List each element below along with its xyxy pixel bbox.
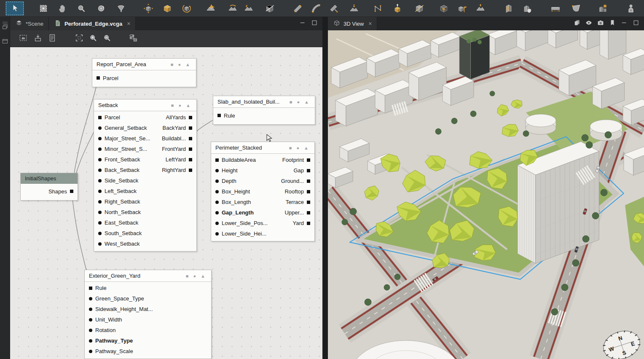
input-port[interactable] — [215, 201, 219, 204]
rotate-tool[interactable] — [180, 2, 193, 15]
output-port[interactable] — [307, 169, 310, 172]
tab-3d-view[interactable]: 3D View × — [328, 17, 377, 30]
input-port[interactable] — [215, 169, 219, 172]
output-port[interactable] — [307, 180, 310, 183]
rule-node-initial_shapes[interactable]: InitialShapesShapes — [20, 173, 78, 201]
input-port[interactable] — [98, 169, 102, 172]
minimize-editor-button[interactable] — [298, 19, 307, 28]
street-curve-tool[interactable] — [310, 2, 322, 15]
3d-viewport[interactable]: NESW — [328, 30, 644, 359]
input-port[interactable] — [89, 350, 92, 353]
output-port[interactable] — [189, 169, 192, 172]
facade-wizard-tool[interactable] — [502, 2, 515, 15]
user-tool[interactable] — [625, 2, 637, 15]
rule-node-setback[interactable]: Setback■ ● ▲ParcelAllYardsGeneral_Setbac… — [94, 99, 197, 252]
minimize-view-button[interactable] — [620, 19, 629, 28]
input-port[interactable] — [215, 180, 219, 183]
rule-node-slab[interactable]: Slab_and_Isolated_Buil...■ ● ▲Rule — [213, 96, 315, 125]
measure-tool[interactable] — [549, 2, 562, 15]
terrain-lower-tool[interactable] — [242, 2, 255, 15]
input-port[interactable] — [98, 211, 102, 214]
tab-scene[interactable]: *Scene — [10, 17, 49, 30]
output-port[interactable] — [189, 147, 192, 151]
output-port[interactable] — [70, 190, 73, 193]
align-terrain-tool[interactable] — [348, 2, 360, 15]
navigator-panel-button[interactable] — [0, 37, 10, 47]
terrain-smooth-tool[interactable] — [226, 2, 239, 15]
input-port[interactable] — [98, 116, 102, 119]
zoom-fit-button[interactable] — [73, 32, 86, 45]
cut-shape-tool[interactable] — [413, 2, 426, 15]
node-graph-canvas[interactable]: InitialShapesShapes Report_Parcel_Area■ … — [10, 47, 322, 359]
terrain-raise-tool[interactable] — [204, 2, 217, 15]
input-port[interactable] — [217, 114, 221, 117]
extrude-tool[interactable] — [391, 2, 404, 15]
input-port[interactable] — [89, 339, 92, 343]
maximize-editor-button[interactable] — [310, 19, 319, 28]
rule-node-exterior[interactable]: Exterior_Green_Yard■ ● ▲RuleGreen_Space_… — [84, 270, 212, 359]
texture-tool[interactable] — [456, 2, 469, 15]
input-port[interactable] — [215, 190, 219, 193]
show-code-button[interactable] — [46, 32, 59, 45]
viewshed-tool[interactable] — [570, 2, 582, 15]
select-rules-button[interactable] — [17, 32, 30, 45]
generate-models-tool[interactable] — [596, 2, 609, 15]
output-port[interactable] — [189, 137, 192, 140]
visibility-button[interactable] — [584, 19, 593, 28]
snapshot-button[interactable] — [596, 19, 605, 28]
street-create-tool[interactable] — [292, 2, 304, 15]
rule-node-report_parcel_area[interactable]: Report_Parcel_Area■ ● ▲Parcel — [92, 58, 196, 87]
node-header[interactable]: Perimeter_Stacked■ ● ▲ — [211, 142, 314, 154]
restore-panel-button[interactable] — [0, 23, 10, 33]
input-port[interactable] — [98, 179, 102, 182]
input-port[interactable] — [89, 329, 92, 332]
input-port[interactable] — [98, 232, 102, 235]
input-port[interactable] — [98, 200, 102, 204]
output-port[interactable] — [189, 126, 192, 130]
polygon-create-tool[interactable] — [372, 2, 384, 15]
input-port[interactable] — [89, 308, 92, 311]
node-header[interactable]: Slab_and_Isolated_Buil...■ ● ▲ — [213, 96, 315, 108]
street-edit-tool[interactable] — [328, 2, 341, 15]
node-header[interactable]: Exterior_Green_Yard■ ● ▲ — [85, 270, 211, 282]
input-port[interactable] — [97, 76, 100, 80]
output-port[interactable] — [189, 158, 192, 161]
node-header[interactable]: InitialShapes — [21, 173, 78, 184]
offset-shape-tool[interactable]: % — [437, 2, 450, 15]
select-tool[interactable] — [5, 1, 24, 16]
orbit-tool[interactable] — [95, 2, 107, 15]
bookmarks-button[interactable] — [608, 19, 617, 28]
viewport-layouts-button[interactable] — [572, 19, 582, 28]
output-port[interactable] — [307, 222, 310, 225]
layout-graph-button[interactable] — [127, 32, 140, 45]
input-port[interactable] — [215, 158, 219, 162]
inspect-building-tool[interactable] — [521, 2, 534, 15]
scale-tool[interactable] — [161, 2, 174, 15]
rule-node-perimeter[interactable]: Perimeter_Stacked■ ● ▲BuildableAreaFootp… — [211, 142, 315, 241]
input-port[interactable] — [98, 242, 102, 246]
input-port[interactable] — [98, 126, 102, 130]
tab-cga-file[interactable]: Perforated_Edge.vcga × — [49, 17, 136, 30]
close-view-icon[interactable]: × — [368, 20, 372, 27]
output-port[interactable] — [307, 190, 310, 193]
input-port[interactable] — [98, 147, 102, 151]
maximize-view-button[interactable] — [631, 19, 641, 28]
push-pull-tool[interactable] — [474, 2, 487, 15]
split-shape-tool[interactable] — [263, 2, 276, 15]
input-port[interactable] — [215, 211, 219, 214]
pan-tool[interactable] — [56, 2, 69, 15]
input-port[interactable] — [98, 221, 102, 225]
input-port[interactable] — [215, 232, 219, 236]
input-port[interactable] — [98, 158, 102, 161]
look-around-tool[interactable] — [115, 2, 127, 15]
node-header[interactable]: Setback■ ● ▲ — [94, 99, 196, 111]
input-port[interactable] — [89, 297, 92, 300]
input-port[interactable] — [215, 222, 219, 225]
import-rule-button[interactable] — [32, 32, 44, 45]
output-port[interactable] — [307, 158, 310, 162]
close-tab-icon[interactable]: × — [127, 20, 130, 27]
move-tool[interactable] — [142, 2, 155, 15]
output-port[interactable] — [189, 116, 192, 119]
zoom-tool[interactable] — [75, 2, 88, 15]
input-port[interactable] — [98, 190, 102, 193]
